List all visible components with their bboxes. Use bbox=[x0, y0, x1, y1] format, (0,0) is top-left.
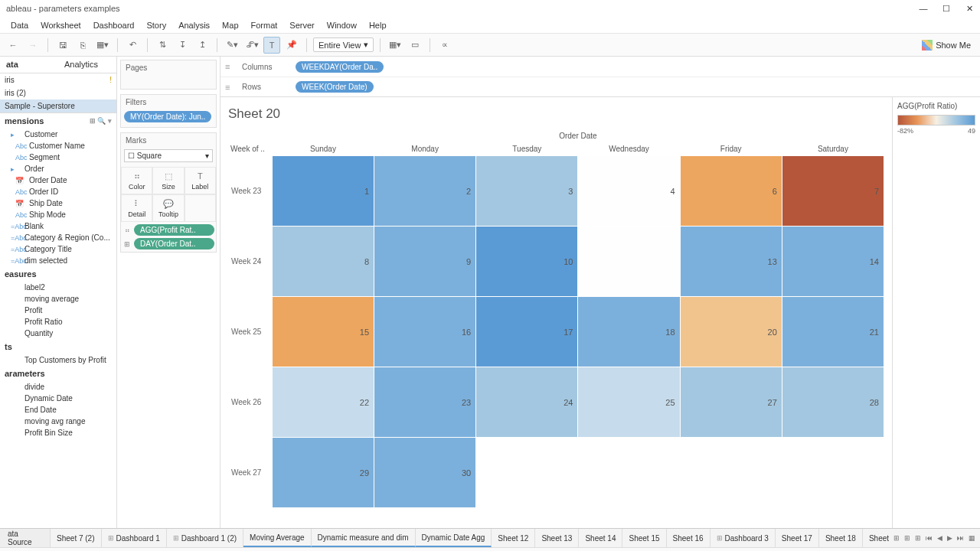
menu-worksheet[interactable]: Worksheet bbox=[34, 18, 87, 32]
labels-button[interactable]: T bbox=[263, 37, 280, 54]
heatmap-cell[interactable]: 25 bbox=[578, 367, 680, 438]
field-item[interactable]: Quantity bbox=[0, 328, 116, 339]
heatmap-cell[interactable]: 15 bbox=[272, 297, 374, 367]
sheet-title[interactable]: Sheet 20 bbox=[228, 103, 884, 129]
field-item[interactable]: 📅Ship Date bbox=[0, 197, 116, 209]
marks-label-button[interactable]: TLabel bbox=[185, 167, 216, 194]
sort-desc-button[interactable]: ↥ bbox=[194, 37, 211, 54]
heatmap-cell[interactable]: 20 bbox=[680, 297, 782, 367]
mark-type-dropdown[interactable]: ☐ Square▾ bbox=[124, 149, 213, 162]
field-item[interactable]: moving average bbox=[0, 293, 116, 305]
heatmap-cell[interactable]: 9 bbox=[374, 227, 476, 297]
sheet-tab[interactable]: Dynamic Date Agg bbox=[416, 529, 492, 547]
tab-last-button[interactable]: ⏭ bbox=[956, 533, 965, 543]
field-item[interactable]: Profit Bin Size bbox=[0, 427, 116, 439]
pin-button[interactable]: 📌 bbox=[283, 37, 300, 54]
menu-dashboard[interactable]: Dashboard bbox=[87, 18, 141, 32]
presentation-button[interactable]: ▭ bbox=[407, 37, 423, 54]
menu-window[interactable]: Window bbox=[321, 18, 363, 32]
new-dashboard-button[interactable]: ⊞ bbox=[903, 533, 912, 543]
menu-analysis[interactable]: Analysis bbox=[172, 18, 216, 32]
heatmap-cell[interactable]: 3 bbox=[476, 156, 578, 227]
tab-prev-button[interactable]: ◀ bbox=[936, 533, 944, 543]
heatmap-cell[interactable]: 27 bbox=[680, 367, 782, 438]
field-item[interactable]: ▸Customer bbox=[0, 129, 116, 140]
rows-pill[interactable]: WEEK(Order Date) bbox=[296, 81, 374, 93]
close-button[interactable]: ✕ bbox=[965, 4, 974, 13]
minimize-button[interactable]: — bbox=[919, 4, 928, 13]
share-button[interactable]: ∝ bbox=[436, 37, 453, 54]
sheet-tab[interactable]: ⊞Dashboard 1 (2) bbox=[167, 529, 243, 547]
sheet-tab[interactable]: Sheet 17 bbox=[776, 529, 819, 547]
sheet-tab[interactable]: Sheet 13 bbox=[535, 529, 579, 547]
marks-tooltip-button[interactable]: 💬Tooltip bbox=[152, 194, 184, 222]
undo-button[interactable]: ↶ bbox=[124, 37, 141, 54]
pages-card[interactable]: Pages bbox=[120, 60, 217, 90]
data-tab[interactable]: ata bbox=[0, 57, 58, 73]
field-item[interactable]: label2 bbox=[0, 282, 116, 293]
heatmap-cell[interactable]: 8 bbox=[272, 227, 374, 297]
field-item[interactable]: moving avg range bbox=[0, 416, 116, 427]
columns-pill[interactable]: WEEKDAY(Order Da.. bbox=[296, 61, 384, 73]
marks-detail-button[interactable]: ⠇Detail bbox=[121, 194, 152, 222]
maximize-button[interactable]: ☐ bbox=[942, 4, 951, 13]
tab-next-button[interactable]: ▶ bbox=[946, 533, 954, 543]
datasource-item[interactable]: iris (2) bbox=[0, 86, 116, 99]
menu-data[interactable]: Data bbox=[5, 18, 34, 32]
marks-size-button[interactable]: ⬚Size bbox=[152, 167, 184, 194]
heatmap-cell[interactable]: 21 bbox=[782, 297, 884, 367]
field-item[interactable]: =AbcCategory & Region (Co... bbox=[0, 232, 116, 243]
marks-color-button[interactable]: ⠶Color bbox=[121, 167, 152, 194]
highlight-button[interactable]: ✎▾ bbox=[224, 37, 240, 54]
sheet-tab[interactable]: Moving Average bbox=[243, 529, 312, 547]
color-legend[interactable]: AGG(Profit Ratio) -82%49 bbox=[892, 97, 980, 528]
sheet-tab[interactable]: ⊞Dashboard 1 bbox=[102, 529, 167, 547]
field-item[interactable]: AbcOrder ID bbox=[0, 186, 116, 197]
filters-card[interactable]: Filters MY(Order Date): Jun.. bbox=[120, 94, 217, 128]
field-item[interactable]: divide bbox=[0, 381, 116, 393]
sheet-tab[interactable]: Sheet 15 bbox=[622, 529, 666, 547]
sheet-tab[interactable]: Sheet 12 bbox=[492, 529, 535, 547]
field-item[interactable]: AbcShip Mode bbox=[0, 209, 116, 220]
field-item[interactable]: Profit Ratio bbox=[0, 316, 116, 328]
filter-pill[interactable]: MY(Order Date): Jun.. bbox=[124, 111, 211, 122]
menu-server[interactable]: Server bbox=[283, 18, 320, 32]
rows-shelf[interactable]: ≡ Rows WEEK(Order Date) bbox=[220, 77, 980, 96]
heatmap-cell[interactable]: 6 bbox=[680, 156, 782, 227]
new-story-button[interactable]: ⊞ bbox=[913, 533, 923, 543]
field-item[interactable]: ▸Order bbox=[0, 163, 116, 174]
datasource-item[interactable]: iris! bbox=[0, 73, 116, 86]
heatmap-cell[interactable]: 22 bbox=[272, 367, 374, 438]
new-sheet-button[interactable]: ▦▾ bbox=[94, 37, 111, 54]
fit-dropdown[interactable]: Entire View▾ bbox=[313, 37, 374, 52]
heatmap-cell[interactable]: 24 bbox=[476, 367, 578, 438]
heatmap-cell[interactable]: 7 bbox=[782, 156, 884, 227]
group-button[interactable]: 🖇▾ bbox=[243, 37, 260, 54]
show-cards-button[interactable]: ▦▾ bbox=[387, 37, 403, 54]
swap-button[interactable]: ⇅ bbox=[154, 37, 171, 54]
sheet-tab[interactable]: Sheet 19 bbox=[863, 529, 889, 547]
field-item[interactable]: Profit bbox=[0, 305, 116, 316]
sheet-tab[interactable]: ⊞Dashboard 3 bbox=[710, 529, 776, 547]
menu-map[interactable]: Map bbox=[216, 18, 244, 32]
data-source-tab[interactable]: ata Source bbox=[0, 529, 51, 547]
sheet-tab[interactable]: Sheet 18 bbox=[819, 529, 863, 547]
analytics-tab[interactable]: Analytics bbox=[58, 57, 116, 73]
new-worksheet-button[interactable]: ⊞ bbox=[892, 533, 901, 543]
columns-shelf[interactable]: ≡ Columns WEEKDAY(Order Da.. bbox=[220, 57, 980, 77]
heatmap-cell[interactable]: 30 bbox=[374, 438, 476, 508]
showme-button[interactable]: Show Me bbox=[917, 37, 975, 53]
field-item[interactable]: Top Customers by Profit bbox=[0, 354, 116, 366]
field-item[interactable]: AbcSegment bbox=[0, 152, 116, 163]
heatmap-cell[interactable]: 18 bbox=[578, 297, 680, 367]
heatmap-cell[interactable] bbox=[578, 227, 680, 297]
sort-asc-button[interactable]: ↧ bbox=[174, 37, 191, 54]
field-item[interactable]: =Abcdim selected bbox=[0, 255, 116, 266]
tab-first-button[interactable]: ⏮ bbox=[924, 533, 934, 543]
field-item[interactable]: Dynamic Date bbox=[0, 393, 116, 404]
heatmap-cell[interactable]: 23 bbox=[374, 367, 476, 438]
menu-format[interactable]: Format bbox=[245, 18, 284, 32]
datasource-item[interactable]: Sample - Superstore bbox=[0, 99, 116, 112]
back-button[interactable]: ← bbox=[5, 37, 21, 54]
sheet-tab[interactable]: Sheet 14 bbox=[579, 529, 622, 547]
